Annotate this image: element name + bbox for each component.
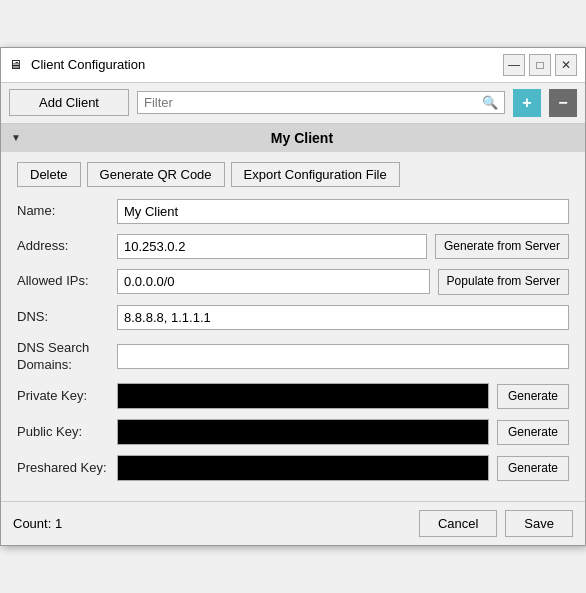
generate-qr-button[interactable]: Generate QR Code: [87, 162, 225, 187]
generate-public-key-button[interactable]: Generate: [497, 420, 569, 446]
save-button[interactable]: Save: [505, 510, 573, 537]
allowed-ips-label: Allowed IPs:: [17, 273, 117, 290]
private-key-label: Private Key:: [17, 388, 117, 405]
dns-input[interactable]: [117, 305, 569, 330]
address-input[interactable]: [117, 234, 427, 259]
client-section: ▼ My Client Delete Generate QR Code Expo…: [1, 124, 585, 502]
dns-label: DNS:: [17, 309, 117, 326]
populate-from-server-button[interactable]: Populate from Server: [438, 269, 569, 295]
public-key-label: Public Key:: [17, 424, 117, 441]
minimize-button[interactable]: —: [503, 54, 525, 76]
export-config-button[interactable]: Export Configuration File: [231, 162, 400, 187]
address-row: Address: Generate from Server: [17, 234, 569, 260]
window-title: Client Configuration: [31, 57, 145, 72]
name-input[interactable]: [117, 199, 569, 224]
delete-button[interactable]: Delete: [17, 162, 81, 187]
address-label: Address:: [17, 238, 117, 255]
count-label: Count: 1: [13, 516, 62, 531]
app-icon: 🖥: [9, 57, 25, 73]
add-client-button[interactable]: Add Client: [9, 89, 129, 116]
title-bar-controls: — □ ✕: [503, 54, 577, 76]
footer-buttons: Cancel Save: [419, 510, 573, 537]
dns-search-label: DNS Search Domains:: [17, 340, 117, 374]
dns-row: DNS:: [17, 305, 569, 330]
remove-button[interactable]: −: [549, 89, 577, 117]
preshared-key-input[interactable]: [117, 455, 489, 481]
toolbar: Add Client 🔍 + −: [1, 83, 585, 124]
title-bar: 🖥 Client Configuration — □ ✕: [1, 48, 585, 83]
client-form: Delete Generate QR Code Export Configura…: [1, 152, 585, 502]
dns-search-row: DNS Search Domains:: [17, 340, 569, 374]
add-button[interactable]: +: [513, 89, 541, 117]
action-buttons: Delete Generate QR Code Export Configura…: [17, 162, 569, 187]
filter-container: 🔍: [137, 91, 505, 114]
expand-icon[interactable]: ▼: [11, 132, 21, 143]
title-bar-left: 🖥 Client Configuration: [9, 57, 145, 73]
allowed-ips-input[interactable]: [117, 269, 430, 294]
private-key-input[interactable]: [117, 383, 489, 409]
generate-preshared-key-button[interactable]: Generate: [497, 456, 569, 482]
public-key-row: Public Key: Generate: [17, 419, 569, 445]
generate-private-key-button[interactable]: Generate: [497, 384, 569, 410]
maximize-button[interactable]: □: [529, 54, 551, 76]
name-label: Name:: [17, 203, 117, 220]
main-window: 🖥 Client Configuration — □ ✕ Add Client …: [0, 47, 586, 547]
preshared-key-label: Preshared Key:: [17, 460, 117, 477]
close-button[interactable]: ✕: [555, 54, 577, 76]
cancel-button[interactable]: Cancel: [419, 510, 497, 537]
section-header: ▼ My Client: [1, 124, 585, 152]
private-key-row: Private Key: Generate: [17, 383, 569, 409]
footer: Count: 1 Cancel Save: [1, 501, 585, 545]
name-row: Name:: [17, 199, 569, 224]
allowed-ips-row: Allowed IPs: Populate from Server: [17, 269, 569, 295]
generate-from-server-button[interactable]: Generate from Server: [435, 234, 569, 260]
filter-input[interactable]: [144, 95, 482, 110]
search-icon: 🔍: [482, 95, 498, 110]
preshared-key-row: Preshared Key: Generate: [17, 455, 569, 481]
public-key-input[interactable]: [117, 419, 489, 445]
dns-search-input[interactable]: [117, 344, 569, 369]
section-title: My Client: [29, 130, 575, 146]
